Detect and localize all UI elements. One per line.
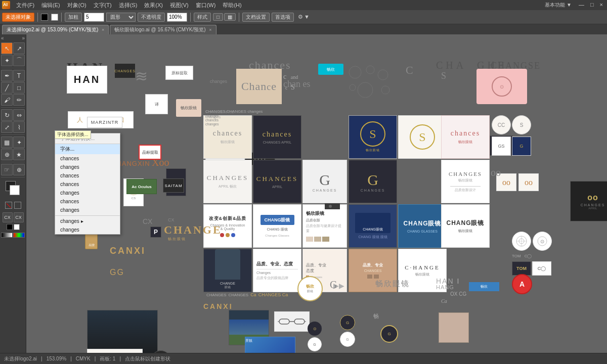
status-zoom[interactable]: 153.09% <box>47 356 66 361</box>
tool-lasso[interactable]: ⌒ <box>13 55 25 66</box>
tab-0[interactable]: 未选择logo2.ai @ 153.09% (CMYK/预览) × <box>2 25 109 34</box>
box-red-a[interactable]: A <box>512 274 532 294</box>
tool-magic-wand[interactable]: ✦ <box>1 55 13 66</box>
ctx-item-9[interactable]: changes ▸ <box>55 217 120 225</box>
workspace-switcher[interactable]: 基本功能 ▼ <box>542 2 575 9</box>
box-saitam[interactable]: SAITAM <box>163 178 184 193</box>
maximize-btn[interactable]: □ <box>588 2 596 9</box>
stroke-none[interactable] <box>14 202 21 209</box>
mgcell-24[interactable]: CHANG眼镜 CHANG GLASSES <box>398 204 447 248</box>
select-tool-btn[interactable]: 未选择对象 <box>2 13 34 22</box>
stroke-btn[interactable]: 加粗 <box>65 13 82 22</box>
menu-help[interactable]: 帮助(H) <box>220 2 244 9</box>
ctx-item-10[interactable]: changes <box>55 225 120 234</box>
menu-effect[interactable]: 效果(X) <box>141 2 166 9</box>
mgcell-30[interactable]: CHANGE 眼镜 <box>203 249 252 292</box>
tool-rotate[interactable]: ↻ <box>1 109 13 121</box>
box-numbers[interactable]: 译 <box>145 94 168 114</box>
box-marzintr[interactable]: MARZINTR <box>87 117 122 128</box>
ctx-item-8[interactable]: changes <box>55 206 120 214</box>
ctx-item-1[interactable]: 字体... <box>55 144 120 154</box>
style-btn[interactable]: 样式 <box>194 13 211 22</box>
box-hances-glasses[interactable]: hance's Glasses. <box>87 349 143 353</box>
box-changes-small[interactable]: CHANGES <box>115 64 135 78</box>
stroke-weight-input[interactable] <box>84 13 104 22</box>
box-photo-left[interactable]: 人畅欣眼镜♥ <box>87 310 158 353</box>
style-opt-1[interactable]: □ <box>213 13 223 21</box>
box-chance-beige[interactable]: Chance <box>236 69 282 104</box>
toolbox-collapse-r[interactable]: » <box>22 35 25 41</box>
menu-type[interactable]: 文字(T) <box>91 2 115 9</box>
tool-pencil[interactable]: ✏ <box>13 94 25 106</box>
tool-blend[interactable]: ⊕ <box>1 149 13 160</box>
tool-rect[interactable]: □ <box>13 82 25 94</box>
tool-line[interactable]: ╱ <box>1 82 13 94</box>
menu-file[interactable]: 文件(F) <box>13 2 37 9</box>
ctx-item-2[interactable]: chances <box>55 154 120 163</box>
tool-paintbrush[interactable]: 🖌 <box>1 94 13 106</box>
mgcell-13[interactable]: G CHANGES <box>349 160 397 203</box>
toolbox-collapse[interactable]: « <box>1 35 4 41</box>
box-han-logo[interactable]: HAN <box>67 66 107 94</box>
ctx-item-7[interactable]: chances <box>55 197 120 206</box>
tool-type[interactable]: T <box>13 70 25 81</box>
box-glasses-product[interactable] <box>274 311 310 332</box>
mgcell-10[interactable]: CHANGES APRIL 畅欣 <box>203 160 252 203</box>
mgcell-03[interactable]: S <box>398 115 447 159</box>
mgcell-21[interactable]: CHANG眼镜 CHANG 眼镜 Changes Glasses <box>253 204 301 248</box>
close-btn[interactable]: × <box>598 2 605 9</box>
box-p[interactable]: P <box>150 226 161 238</box>
menu-view[interactable]: 视图(V) <box>167 2 192 9</box>
tool-scale[interactable]: ⤢ <box>1 121 13 133</box>
doc-settings-btn[interactable]: 文档设置 <box>242 13 270 22</box>
tool-symbol[interactable]: ★ <box>13 149 25 160</box>
box-ac-oculus[interactable]: Ac Oculus <box>126 179 157 194</box>
box-cyan[interactable]: 畅欣 <box>318 64 343 75</box>
ctx-item-5[interactable]: chances <box>55 180 120 189</box>
preferences-btn[interactable]: 首选项 <box>272 13 294 22</box>
fill-swatch[interactable] <box>41 14 48 21</box>
oo-logo-2[interactable]: oo <box>518 173 539 191</box>
tab-0-close[interactable]: × <box>102 27 104 32</box>
shape-select[interactable]: 圆形 矩形 多边形 <box>106 13 136 22</box>
changxin-circle-logo[interactable]: 畅欣 眼镜 <box>297 276 323 301</box>
menu-edit[interactable]: 编辑(E) <box>38 2 63 9</box>
tool-hand[interactable]: ☞ <box>1 164 13 175</box>
toolbar-icon-2[interactable]: ▼ <box>304 14 310 20</box>
box-yuanbiao[interactable]: 原标提取 <box>165 66 193 80</box>
grid-expand-btn[interactable] <box>325 203 340 209</box>
box-design-badge[interactable]: G <box>380 325 398 343</box>
ctx-item-4[interactable]: chances <box>55 171 120 180</box>
tool-extra-2[interactable]: CX <box>14 212 24 222</box>
menu-object[interactable]: 对象(O) <box>64 2 90 9</box>
tool-pen[interactable]: ✒ <box>1 70 13 81</box>
tab-1-close[interactable]: × <box>209 27 211 32</box>
mgcell-23[interactable]: CHANG眼镜 CHANG 眼镜 眼镜 <box>349 204 397 248</box>
box-left-sq1[interactable]: 品标提取 <box>139 145 161 160</box>
mgcell-04[interactable]: chances 畅欣眼镜 <box>441 115 490 159</box>
tool-zoom[interactable]: ⊕ <box>13 164 25 175</box>
box-changxin-circular[interactable]: 畅欣眼镜 <box>176 99 201 117</box>
box-large-dark-changes[interactable]: oo CHANGES APRIL <box>570 181 607 221</box>
tool-select[interactable]: ↖ <box>1 42 13 54</box>
mgcell-31[interactable]: 品质、专业、态度 Changes 品质专业的眼镜品牌 <box>253 249 301 292</box>
ctx-item-6[interactable]: changes <box>55 189 120 197</box>
tool-extra-1[interactable]: CX <box>3 212 13 222</box>
tool-gradient[interactable]: ▦ <box>1 136 13 148</box>
minimize-btn[interactable]: — <box>577 2 586 9</box>
box-square-gray[interactable] <box>439 312 469 343</box>
tool-reflect[interactable]: ⇔ <box>13 109 25 121</box>
tab-1[interactable]: 畅欣眼镜logo.ai @ 16.67% (CMYK/预览) × <box>110 25 216 34</box>
tool-eyedropper[interactable]: ✦ <box>13 136 25 148</box>
canvas-area[interactable]: HAN CHANGES 畅欣 CHA GHE CHANGSE ⊙ chances <box>26 34 607 353</box>
style-opt-2[interactable]: ▦ <box>224 13 236 21</box>
tool-direct-select[interactable]: ↗ <box>13 42 25 54</box>
toolbar-icon-1[interactable]: ⚙ <box>298 14 303 20</box>
box-blue-gradient[interactable] <box>245 337 295 353</box>
tool-warp[interactable]: ⌇ <box>13 121 25 133</box>
mgcell-14[interactable]: CHANGES 畅欣眼镜 品质创新设计 <box>441 160 490 203</box>
opacity-input[interactable] <box>167 13 187 22</box>
fill-none[interactable] <box>5 202 12 209</box>
mgcell-11[interactable]: CHANGES APRIL <box>253 160 301 203</box>
mgcell-25[interactable]: CHANG眼镜 畅欣眼镜 <box>441 204 490 248</box>
